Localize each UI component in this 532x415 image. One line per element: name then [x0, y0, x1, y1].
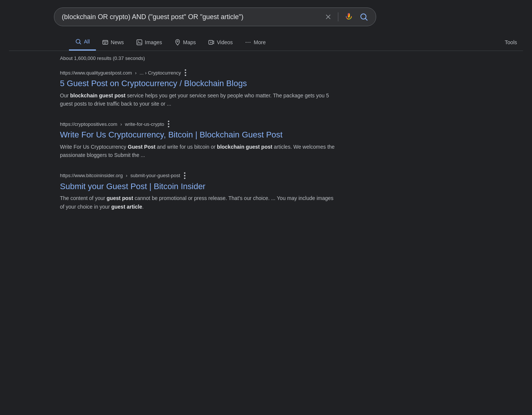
- nav-row: All News Images: [9, 34, 523, 51]
- dot3: [184, 178, 185, 179]
- svg-line-6: [366, 19, 368, 21]
- dot2: [168, 123, 169, 125]
- result-title[interactable]: 5 Guest Post on Cryptocurrency / Blockch…: [60, 78, 337, 89]
- result-url: https://cryptopositives.com: [60, 121, 117, 127]
- dot3: [185, 75, 186, 76]
- svg-marker-17: [212, 41, 214, 44]
- search-submit-icon[interactable]: [359, 12, 368, 21]
- dot1: [185, 69, 186, 71]
- results-container: https://www.qualityguestpost.com › ... ›…: [0, 69, 532, 211]
- url-separator: ›: [135, 70, 136, 76]
- nav-videos-label: Videos: [217, 39, 233, 45]
- search-divider: [338, 12, 338, 21]
- svg-rect-2: [348, 13, 350, 18]
- search-box[interactable]: (blockchain OR crypto) AND ("guest post"…: [54, 7, 376, 26]
- svg-marker-18: [210, 41, 212, 43]
- search-bar-row: (blockchain OR crypto) AND ("guest post"…: [9, 7, 523, 26]
- dot2: [184, 175, 185, 176]
- nav-item-all[interactable]: All: [69, 34, 96, 51]
- dot2: [185, 72, 186, 73]
- nav-item-videos[interactable]: Videos: [202, 34, 239, 50]
- search-icons: [324, 12, 368, 21]
- result-url-path: write-for-us-crypto: [125, 121, 164, 127]
- result-url-row: https://cryptopositives.com › write-for-…: [60, 120, 337, 128]
- result-title[interactable]: Write For Us Cryptocurrency, Bitcoin | B…: [60, 130, 337, 140]
- results-info: About 1,600,000 results (0.37 seconds): [0, 51, 532, 66]
- nav-item-maps[interactable]: Maps: [168, 34, 202, 50]
- close-icon[interactable]: [324, 13, 332, 21]
- result-options-menu[interactable]: [183, 172, 186, 180]
- result-title[interactable]: Submit your Guest Post | Bitcoin Insider: [60, 181, 337, 192]
- nav-item-images[interactable]: Images: [130, 34, 168, 50]
- url-separator: ›: [126, 173, 127, 178]
- table-row: https://www.bitcoininsider.org › submit-…: [60, 172, 337, 211]
- result-url-row: https://www.qualityguestpost.com › ... ›…: [60, 69, 337, 77]
- nav-all-label: All: [84, 39, 90, 45]
- svg-line-8: [79, 43, 81, 44]
- svg-point-19: [246, 42, 247, 42]
- result-url-row: https://www.bitcoininsider.org › submit-…: [60, 172, 337, 180]
- result-snippet: Write For Us Cryptocurrency Guest Post a…: [60, 143, 337, 160]
- nav-item-more[interactable]: More: [239, 34, 272, 50]
- dot1: [168, 121, 169, 122]
- result-snippet: The content of your guest post cannot be…: [60, 194, 337, 211]
- header: (blockchain OR crypto) AND ("guest post"…: [0, 0, 532, 51]
- result-snippet: Our blockchain guest post service helps …: [60, 91, 337, 108]
- result-url: https://www.bitcoininsider.org: [60, 173, 123, 178]
- maps-nav-icon: [174, 39, 181, 46]
- result-options-menu[interactable]: [167, 120, 170, 128]
- nav-images-label: Images: [145, 39, 162, 45]
- videos-nav-icon: [208, 39, 215, 46]
- svg-point-20: [248, 42, 248, 42]
- search-input[interactable]: (blockchain OR crypto) AND ("guest post"…: [62, 13, 324, 21]
- result-url: https://www.qualityguestpost.com: [60, 70, 132, 76]
- tools-button[interactable]: Tools: [499, 35, 523, 50]
- url-separator: ›: [120, 121, 122, 127]
- nav-more-label: More: [254, 39, 266, 45]
- news-nav-icon: [102, 39, 109, 46]
- dot1: [184, 172, 185, 174]
- svg-rect-13: [137, 40, 142, 45]
- images-nav-icon: [136, 39, 143, 46]
- search-nav-icon: [75, 38, 82, 45]
- result-url-path: submit-your-guest-post: [130, 173, 180, 178]
- more-nav-icon: [245, 39, 251, 46]
- svg-point-15: [177, 40, 178, 42]
- table-row: https://www.qualityguestpost.com › ... ›…: [60, 69, 337, 108]
- microphone-icon[interactable]: [344, 12, 353, 21]
- result-url-path: ... › Cryptocurrency: [140, 70, 181, 76]
- nav-maps-label: Maps: [183, 39, 196, 45]
- dot3: [168, 126, 169, 127]
- svg-point-14: [138, 41, 139, 42]
- table-row: https://cryptopositives.com › write-for-…: [60, 120, 337, 159]
- nav-news-label: News: [111, 39, 124, 45]
- svg-rect-9: [103, 40, 108, 44]
- svg-point-21: [250, 42, 250, 42]
- nav-item-news[interactable]: News: [96, 34, 130, 50]
- result-options-menu[interactable]: [184, 69, 187, 77]
